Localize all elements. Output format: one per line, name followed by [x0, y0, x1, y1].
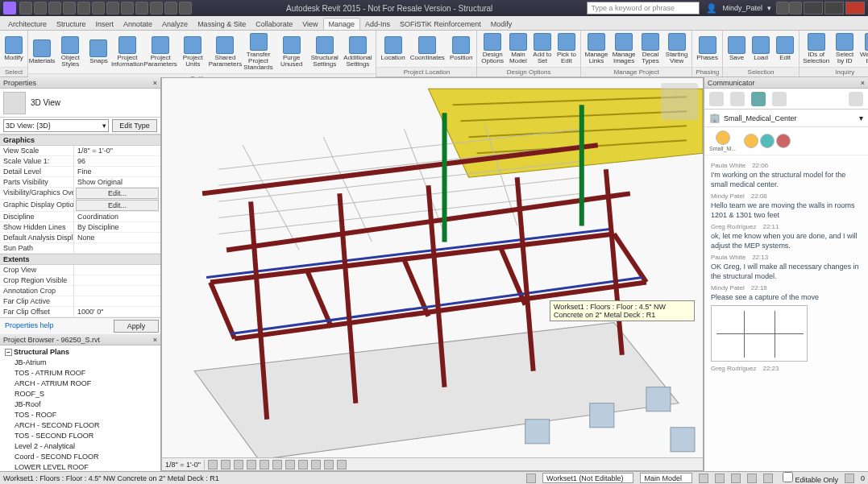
load-sel-button[interactable]: Load — [750, 35, 772, 62]
prop-value[interactable]: Edit... — [76, 188, 159, 199]
prop-value[interactable]: 96 — [74, 156, 160, 166]
signed-in-user[interactable]: 👤 Mindy_Patel ▾ — [706, 3, 771, 14]
prop-value[interactable] — [74, 243, 160, 253]
design-options-button[interactable]: Design Options — [480, 32, 505, 65]
select-pinned-icon[interactable] — [731, 474, 741, 483]
prop-row[interactable]: Detail LevelFine — [0, 167, 160, 177]
select-links-icon[interactable] — [699, 474, 708, 483]
help-search-input[interactable]: Type a keyword or phrase — [587, 2, 700, 14]
crop-view-icon[interactable] — [272, 460, 282, 470]
prop-value[interactable]: 1000' 0" — [74, 307, 160, 316]
lock-3d-icon[interactable] — [298, 460, 308, 470]
instance-selector[interactable]: 3D View: {3D} ▾ — [3, 119, 109, 132]
coordinates-button[interactable]: Coordinates — [409, 35, 446, 62]
window-minimize-button[interactable] — [804, 2, 823, 14]
additional-settings-button[interactable]: Additional Settings — [342, 35, 373, 68]
tree-node[interactable]: LOWER LEVEL ROOF — [3, 462, 157, 471]
prop-row[interactable]: Scale Value 1:96 — [0, 156, 160, 167]
prop-value[interactable]: None — [74, 233, 160, 242]
app-menu-icon[interactable] — [3, 2, 16, 14]
design-option-selector[interactable]: Main Model — [640, 473, 692, 483]
workset-icon[interactable] — [526, 474, 536, 483]
project-parameters-button[interactable]: Project Parameters — [145, 35, 177, 68]
prop-row[interactable]: Show Hidden LinesBy Discipline — [0, 222, 160, 233]
communicator-close-icon[interactable]: × — [861, 79, 865, 87]
prop-row[interactable]: Annotation Crop — [0, 286, 160, 296]
project-information-button[interactable]: Project Information — [111, 35, 143, 68]
transfer-standards-button[interactable]: Transfer Project Standards — [243, 32, 274, 72]
qat-sync-icon[interactable] — [164, 2, 177, 14]
modify-button[interactable]: Modify — [2, 35, 25, 62]
prop-value[interactable] — [74, 296, 160, 306]
materials-button[interactable]: Materials — [31, 39, 53, 65]
tab-collaborate[interactable]: Collaborate — [251, 19, 297, 30]
tree-node[interactable]: TOS - ROOF — [3, 410, 157, 420]
activity-icon[interactable] — [772, 92, 787, 106]
main-model-button[interactable]: Main Model — [507, 32, 530, 65]
prop-row[interactable]: Far Clip Active — [0, 296, 160, 307]
prop-value[interactable]: By Discipline — [74, 222, 160, 232]
qat-thin-lines-icon[interactable] — [135, 2, 148, 14]
qat-open-icon[interactable] — [19, 2, 32, 14]
avatar[interactable] — [776, 134, 791, 148]
qat-measure-icon[interactable] — [92, 2, 105, 14]
select-face-icon[interactable] — [747, 474, 757, 483]
prop-value[interactable]: Show Original — [74, 177, 160, 187]
apply-button[interactable]: Apply — [114, 320, 159, 333]
prop-value[interactable]: Edit... — [76, 200, 159, 211]
prop-value[interactable] — [74, 265, 160, 275]
browser-close-icon[interactable]: × — [153, 336, 157, 344]
project-units-button[interactable]: Project Units — [178, 35, 208, 68]
contacts-icon[interactable] — [730, 92, 745, 106]
location-button[interactable]: Location — [379, 35, 406, 62]
window-close-button[interactable] — [845, 2, 865, 14]
view-scale-display[interactable]: 1/8" = 1'-0" — [165, 461, 201, 469]
starting-view-button[interactable]: Starting View — [664, 32, 690, 65]
prop-row[interactable]: Graphic Display OptionsEdit... — [0, 200, 160, 212]
edit-sel-button[interactable]: Edit — [774, 35, 796, 62]
qat-save-icon[interactable] — [34, 2, 47, 14]
chevron-down-icon[interactable]: ▾ — [859, 114, 863, 122]
tree-node[interactable]: JB-Atrium — [3, 358, 157, 368]
help-icon[interactable] — [789, 2, 802, 14]
qat-close-hidden-icon[interactable] — [150, 2, 163, 14]
tab-structure[interactable]: Structure — [52, 19, 91, 30]
manage-images-button[interactable]: Manage Images — [611, 32, 637, 65]
prop-value[interactable] — [74, 286, 160, 296]
prop-value[interactable]: Fine — [74, 167, 160, 176]
tree-node[interactable]: ROOF_S — [3, 389, 157, 399]
add-to-set-button[interactable]: Add to Set — [531, 32, 554, 65]
rendering-icon[interactable] — [260, 460, 269, 470]
tree-node[interactable]: TOS - SECOND FLOOR — [3, 431, 157, 441]
tree-node[interactable]: Level 2 - Analytical — [3, 441, 157, 452]
properties-help-link[interactable]: Properties help — [2, 320, 57, 333]
tree-node[interactable]: TOS - ATRIUM ROOF — [3, 368, 157, 379]
tab-add-ins[interactable]: Add-Ins — [360, 19, 395, 30]
tab-architecture[interactable]: Architecture — [3, 19, 52, 30]
manage-links-button[interactable]: Manage Links — [584, 32, 609, 65]
tab-analyze[interactable]: Analyze — [157, 19, 193, 30]
save-sel-button[interactable]: Save — [725, 35, 748, 62]
filter-icon[interactable] — [845, 474, 854, 483]
prop-row[interactable]: Visibility/Graphics OverridesEdit... — [0, 188, 160, 200]
prop-row[interactable]: DisciplineCoordination — [0, 212, 160, 222]
avatar[interactable] — [716, 130, 730, 145]
tab-modify[interactable]: Modify — [486, 19, 517, 30]
chat-icon[interactable] — [751, 92, 766, 106]
qat-undo-icon[interactable] — [48, 2, 61, 14]
purge-unused-button[interactable]: Purge Unused — [276, 35, 307, 68]
avatar[interactable] — [760, 134, 775, 148]
window-maximize-button[interactable] — [824, 2, 844, 14]
tree-node[interactable]: −Structural Plans — [3, 347, 157, 358]
prop-row[interactable]: Far Clip Offset1000' 0" — [0, 307, 160, 317]
active-workset-selector[interactable]: Workset1 (Not Editable) — [542, 473, 633, 483]
qat-section-icon[interactable] — [121, 2, 134, 14]
qat-print-icon[interactable] — [77, 2, 90, 14]
settings-gear-icon[interactable] — [849, 92, 863, 106]
detail-level-icon[interactable] — [208, 460, 218, 470]
ids-of-selection-button[interactable]: IDs of Selection — [802, 32, 830, 65]
tree-node[interactable]: Coord - SECOND FLOOR — [3, 452, 157, 462]
warnings-button[interactable]: Warnings by ID — [859, 32, 868, 65]
tree-node[interactable]: ARCH - SECOND FLOOR — [3, 420, 157, 431]
chat-capture-thumbnail[interactable] — [711, 305, 808, 362]
